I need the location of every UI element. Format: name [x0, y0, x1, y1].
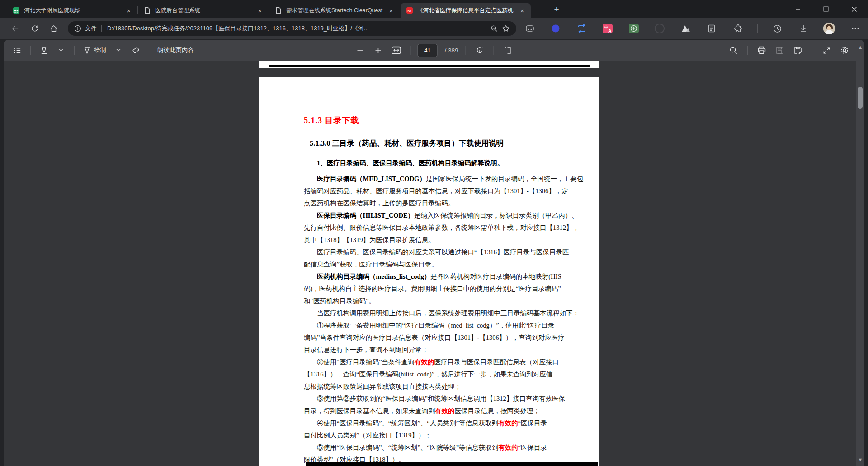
draw-label: 绘制 — [94, 46, 106, 54]
print-button[interactable] — [755, 43, 769, 57]
tab-close-icon[interactable]: × — [256, 6, 264, 14]
document-line: 自付比例人员类别”（对应接口【1319】）； — [304, 429, 557, 442]
page-count-label: / 389 — [444, 47, 458, 54]
blue-drop-extension-button[interactable] — [549, 22, 562, 35]
draw-options-button[interactable] — [111, 43, 126, 57]
tab-title: 《河北省医疗保障信息平台定点医药机构接口规范》 — [417, 7, 514, 14]
draw-button[interactable]: 绘制 — [80, 43, 108, 57]
browser-menu-button[interactable] — [849, 22, 862, 35]
svg-text:PDF: PDF — [407, 10, 412, 12]
document-line: 和“医药机构目录编码”。 — [304, 295, 557, 307]
pdf-page-41: 5.1.3 目录下载 5.1.3.0 三目录（药品、耗材、医疗服务项目）下载使用… — [259, 77, 599, 466]
mountain-icon — [681, 24, 691, 33]
notes-extension-button[interactable] — [705, 22, 718, 35]
minus-icon — [357, 47, 363, 53]
tab-requirement-system[interactable]: 需求管理在线系统Startech ClearQuest × — [269, 3, 400, 18]
new-tab-button[interactable]: + — [551, 4, 562, 15]
read-aloud-button[interactable]: 朗读此页内容 — [155, 43, 196, 57]
translate-zh-icon: 中A — [603, 24, 613, 33]
star-icon — [502, 24, 510, 33]
save-button[interactable] — [773, 43, 787, 57]
document-line: 医保目录编码（HILIST_CODE）是纳入医保统筹报销的目录，标识目录类别（甲… — [304, 209, 557, 222]
zoom-level-button[interactable] — [488, 23, 500, 34]
history-clock-icon — [773, 24, 782, 33]
profile-button[interactable] — [823, 22, 835, 35]
pdf-toolbar-center: 41 / 389 — [353, 40, 515, 61]
document-line: 配信息查询”获取，医疗目录编码与医保目录。 — [304, 258, 557, 271]
search-document-button[interactable] — [726, 43, 741, 57]
back-button[interactable] — [9, 23, 21, 34]
save-as-button[interactable] — [791, 43, 805, 57]
close-window-button[interactable] — [840, 0, 868, 18]
tab-admin-system[interactable]: 医院后台管理系统 × — [138, 3, 269, 18]
zoom-out-button[interactable] — [353, 43, 367, 57]
vertical-scrollbar[interactable]: ▲ ▼ — [856, 40, 864, 466]
minimize-icon — [795, 6, 801, 12]
tab-close-icon[interactable]: × — [125, 6, 133, 14]
url-text: D:/18305/Desktop/待完成任务/20231109【医保目录接口13… — [107, 24, 488, 33]
document-line: 码)，医药机构自主选择的医疗目录。费用明细上传接口中的使用的分别是“医疗目录编码… — [304, 283, 557, 295]
zoom-in-button[interactable] — [371, 43, 385, 57]
tab-swap-extension-button[interactable] — [576, 22, 588, 35]
highlighter-icon — [40, 46, 48, 55]
url-bar[interactable]: 文件 D:/18305/Desktop/待完成任务/20231109【医保目录接… — [68, 21, 516, 36]
document-line: 其中【1318】【1319】为医保目录扩展信息。 — [304, 234, 557, 246]
maximize-button[interactable] — [812, 0, 840, 18]
fullscreen-button[interactable] — [819, 43, 834, 57]
highlight-options-button[interactable] — [54, 43, 68, 57]
toolbar-divider — [410, 46, 410, 55]
document-list-icon — [707, 24, 716, 33]
puzzle-icon — [733, 24, 742, 33]
document-line: ④使用“医保目录编码”、“统筹区划”、“人员类别”等信息获取到有效的“医保目录 — [304, 417, 557, 429]
home-button[interactable] — [48, 23, 60, 34]
highlight-button[interactable] — [37, 43, 51, 57]
toc-button[interactable] — [10, 43, 24, 57]
file-icon — [275, 7, 282, 14]
refresh-button[interactable] — [29, 23, 41, 34]
pdf-settings-button[interactable] — [837, 43, 852, 57]
document-line: 点医药机构在医保结算时，上传的是医疗目录编码。 — [304, 197, 557, 209]
printer-icon — [757, 46, 766, 55]
search-icon — [729, 46, 738, 55]
mountain-extension-button[interactable] — [679, 22, 692, 35]
tab-pdf-spec-active[interactable]: PDF 《河北省医疗保障信息平台定点医药机构接口规范》 × — [401, 3, 531, 18]
translate-extension-button[interactable]: 中A — [601, 22, 614, 35]
page-view-button[interactable] — [501, 43, 515, 57]
erase-button[interactable] — [128, 43, 143, 57]
zoom-out-icon — [491, 25, 498, 33]
reader-extension-button[interactable] — [524, 22, 536, 35]
back-icon — [11, 24, 19, 33]
page-number-input[interactable]: 41 — [417, 44, 437, 57]
window-controls — [784, 0, 868, 18]
downloader-extension-button[interactable] — [627, 22, 640, 35]
downloads-button[interactable] — [797, 22, 810, 35]
scroll-down-button[interactable]: ▼ — [856, 455, 864, 464]
favorite-button[interactable] — [500, 23, 512, 34]
tab-close-icon[interactable]: × — [518, 6, 526, 14]
pdf-toolbar-right — [726, 40, 852, 61]
scrollbar-thumb[interactable] — [858, 87, 863, 109]
pdf-content-area: 5.1.3 目录下载 5.1.3.0 三目录（药品、耗材、医疗服务项目）下载使用… — [4, 61, 856, 466]
extensions-menu-button[interactable] — [731, 22, 744, 35]
disabled-extension-button[interactable] — [653, 22, 666, 35]
toolbar-divider — [30, 46, 31, 55]
drop-icon — [551, 24, 561, 33]
tab-hospital-site[interactable]: 河北大学附属医院现场 × — [7, 3, 137, 18]
document-line: 【1316】），查询“医保目录编码(hilist_code)”，然后进行下一步，… — [304, 368, 557, 380]
eraser-icon — [131, 46, 140, 55]
download-circle-icon — [629, 24, 639, 33]
minimize-button[interactable] — [784, 0, 812, 18]
history-button[interactable] — [771, 22, 784, 35]
table-rule — [269, 65, 590, 67]
tab-close-icon[interactable]: × — [387, 6, 395, 14]
document-line: 医疗目录编码（MED_LIST_CODG）是国家医保局统一下发的目录编码，全国统… — [304, 173, 557, 185]
rotate-button[interactable] — [472, 43, 487, 57]
document-line: ⑤使用“医保目录编码”、“统筹区划”、“医院等级”等信息获取到有效的“医保目录 — [304, 442, 557, 454]
toolbar-divider — [812, 46, 812, 55]
expand-icon — [822, 46, 831, 55]
scroll-up-button[interactable]: ▲ — [856, 43, 864, 52]
fit-width-button[interactable] — [389, 43, 403, 57]
toolbar-divider — [747, 46, 748, 55]
pdf-toolbar-left: 绘制 朗读此页内容 — [10, 40, 196, 61]
pdf-icon: PDF — [406, 7, 413, 14]
